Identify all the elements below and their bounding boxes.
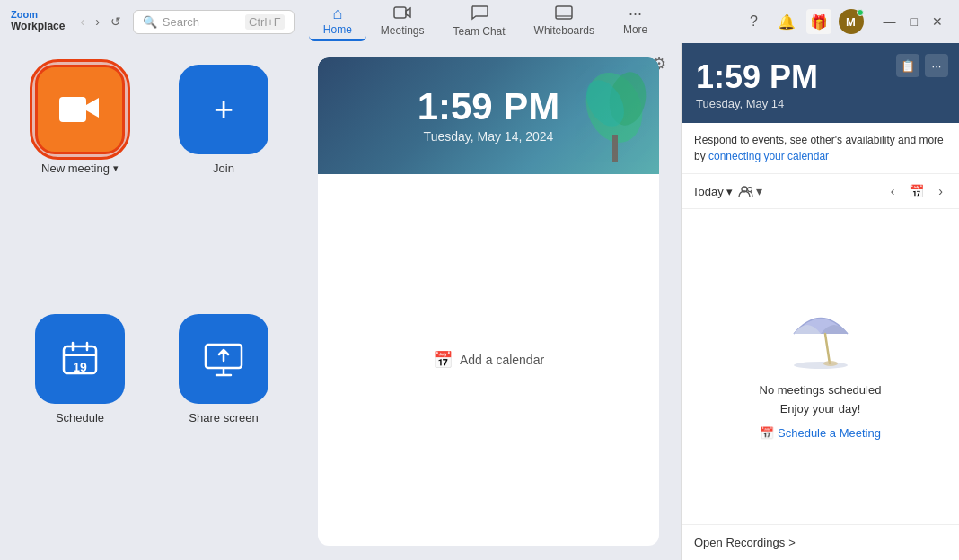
svg-rect-0 bbox=[394, 7, 406, 18]
no-meetings-line2: Enjoy your day! bbox=[760, 400, 882, 419]
logo-workplace: Workplace bbox=[11, 20, 65, 32]
search-placeholder: Search bbox=[163, 15, 199, 29]
calendar-toolbar: Today ▾ ▾ ‹ 📅 › bbox=[682, 174, 959, 209]
schedule-meeting-label: Schedule a Meeting bbox=[778, 426, 881, 440]
no-meetings-text: No meetings scheduled Enjoy your day! bbox=[760, 381, 882, 419]
tab-meetings[interactable]: Meetings bbox=[366, 2, 439, 42]
today-label: Today bbox=[692, 185, 724, 198]
people-dropdown-icon: ▾ bbox=[756, 184, 762, 198]
minimize-button[interactable]: — bbox=[878, 11, 902, 32]
share-screen-svg-icon bbox=[204, 341, 243, 377]
people-icon bbox=[738, 185, 754, 197]
new-meeting-button[interactable] bbox=[35, 65, 125, 154]
add-calendar-label: Add a calendar bbox=[460, 353, 544, 367]
whiteboards-icon bbox=[555, 5, 573, 22]
plus-icon: + bbox=[214, 91, 233, 129]
tab-team-chat-label: Team Chat bbox=[453, 25, 506, 38]
tab-whiteboards[interactable]: Whiteboards bbox=[520, 2, 609, 42]
calendar-add-icon: 📅 bbox=[433, 350, 453, 370]
right-panel-footer: Open Recordings > bbox=[682, 524, 959, 560]
nav-tabs: ⌂ Home Meetings Team Chat bbox=[309, 1, 662, 43]
tab-more-label: More bbox=[623, 23, 647, 36]
forward-button[interactable]: › bbox=[91, 13, 104, 31]
more-icon: ··· bbox=[629, 5, 642, 22]
svg-rect-3 bbox=[59, 97, 86, 122]
svg-point-18 bbox=[794, 362, 848, 369]
connect-calendar-link[interactable]: connecting your calendar bbox=[708, 150, 829, 162]
calendar-time-display: 1:59 PM Tuesday, May 14, 2024 bbox=[418, 88, 560, 144]
meetings-icon bbox=[393, 5, 411, 22]
new-meeting-item: New meeting ▾ bbox=[22, 65, 138, 296]
calendar-date: Tuesday, May 14, 2024 bbox=[418, 129, 560, 144]
tab-more[interactable]: ··· More bbox=[609, 2, 662, 41]
maximize-button[interactable]: □ bbox=[905, 11, 923, 32]
close-button[interactable]: ✕ bbox=[927, 11, 948, 32]
right-panel-date: Tuesday, May 14 bbox=[696, 97, 945, 110]
plant-decoration bbox=[560, 57, 650, 174]
calendar-svg-icon: 19 bbox=[60, 339, 100, 379]
calendar-view-button[interactable]: 📋 bbox=[896, 54, 919, 77]
schedule-button[interactable]: 19 bbox=[35, 314, 125, 404]
right-panel-header: 📋 ··· 1:59 PM Tuesday, May 14 bbox=[682, 43, 959, 123]
no-meetings-illustration bbox=[780, 293, 861, 374]
schedule-meeting-button[interactable]: 📅 Schedule a Meeting bbox=[760, 426, 881, 440]
calendar-body: 📅 Add a calendar bbox=[318, 174, 659, 546]
refresh-button[interactable]: ↺ bbox=[106, 13, 126, 31]
people-filter-button[interactable]: ▾ bbox=[738, 184, 762, 198]
cal-next-button[interactable]: › bbox=[933, 181, 948, 201]
tab-meetings-label: Meetings bbox=[381, 24, 425, 37]
main-content: ⚙ New meeting ▾ bbox=[0, 43, 959, 560]
new-meeting-label: New meeting ▾ bbox=[41, 162, 119, 175]
calendar-connect-notice: Respond to events, see other's availabil… bbox=[682, 123, 959, 174]
calendar-nav: ‹ 📅 › bbox=[885, 181, 948, 201]
right-header-icons: 📋 ··· bbox=[896, 54, 948, 77]
svg-text:19: 19 bbox=[73, 360, 87, 374]
left-panel: ⚙ New meeting ▾ bbox=[0, 43, 681, 560]
titlebar: Zoom Workplace ‹ › ↺ 🔍 Search Ctrl+F ⌂ H… bbox=[0, 0, 959, 43]
open-recordings-button[interactable]: Open Recordings > bbox=[694, 536, 796, 549]
action-grid: New meeting ▾ + Join bbox=[22, 65, 282, 546]
join-label: Join bbox=[213, 162, 234, 175]
new-meeting-dropdown-arrow: ▾ bbox=[113, 162, 119, 174]
svg-rect-15 bbox=[612, 135, 618, 162]
gift-button[interactable]: 🎁 bbox=[806, 9, 831, 34]
schedule-label: Schedule bbox=[56, 411, 104, 424]
logo-area: Zoom Workplace bbox=[11, 10, 65, 32]
right-panel: 📋 ··· 1:59 PM Tuesday, May 14 Respond to… bbox=[681, 43, 959, 560]
share-screen-button[interactable] bbox=[179, 314, 268, 404]
svg-rect-1 bbox=[556, 6, 572, 19]
tab-home-label: Home bbox=[323, 23, 352, 36]
search-shortcut: Ctrl+F bbox=[245, 14, 285, 30]
window-controls: — □ ✕ bbox=[878, 11, 948, 32]
avatar[interactable]: M bbox=[839, 9, 864, 34]
cal-prev-button[interactable]: ‹ bbox=[885, 181, 901, 201]
today-dropdown-icon: ▾ bbox=[726, 185, 733, 198]
open-recordings-arrow: > bbox=[788, 536, 796, 549]
join-item: + Join bbox=[165, 65, 282, 296]
search-icon: 🔍 bbox=[143, 15, 157, 29]
new-meeting-highlight bbox=[35, 65, 125, 154]
calendar-widget: 1:59 PM Tuesday, May 14, 2024 bbox=[318, 57, 659, 546]
add-calendar-button[interactable]: 📅 Add a calendar bbox=[433, 350, 544, 370]
tab-home[interactable]: ⌂ Home bbox=[309, 2, 366, 41]
no-meetings-line1: No meetings scheduled bbox=[760, 381, 882, 400]
tab-team-chat[interactable]: Team Chat bbox=[439, 1, 520, 43]
notifications-button[interactable]: 🔔 bbox=[774, 9, 799, 34]
svg-point-20 bbox=[823, 361, 838, 366]
share-screen-label: Share screen bbox=[189, 411, 258, 424]
schedule-meeting-calendar-icon: 📅 bbox=[760, 426, 774, 440]
cal-calendar-button[interactable]: 📅 bbox=[903, 181, 929, 201]
titlebar-right: ? 🔔 🎁 M — □ ✕ bbox=[742, 9, 948, 34]
help-button[interactable]: ? bbox=[742, 9, 767, 34]
schedule-item: 19 Schedule bbox=[22, 314, 138, 546]
search-bar[interactable]: 🔍 Search Ctrl+F bbox=[133, 10, 295, 34]
tab-whiteboards-label: Whiteboards bbox=[534, 24, 594, 37]
back-button[interactable]: ‹ bbox=[75, 13, 89, 31]
no-meetings-area: No meetings scheduled Enjoy your day! 📅 … bbox=[682, 209, 959, 524]
home-icon: ⌂ bbox=[332, 5, 342, 22]
nav-arrows: ‹ › ↺ bbox=[75, 13, 125, 31]
more-options-button[interactable]: ··· bbox=[925, 54, 948, 77]
today-button[interactable]: Today ▾ bbox=[692, 185, 733, 198]
join-button[interactable]: + bbox=[179, 65, 268, 154]
team-chat-icon bbox=[471, 4, 488, 23]
